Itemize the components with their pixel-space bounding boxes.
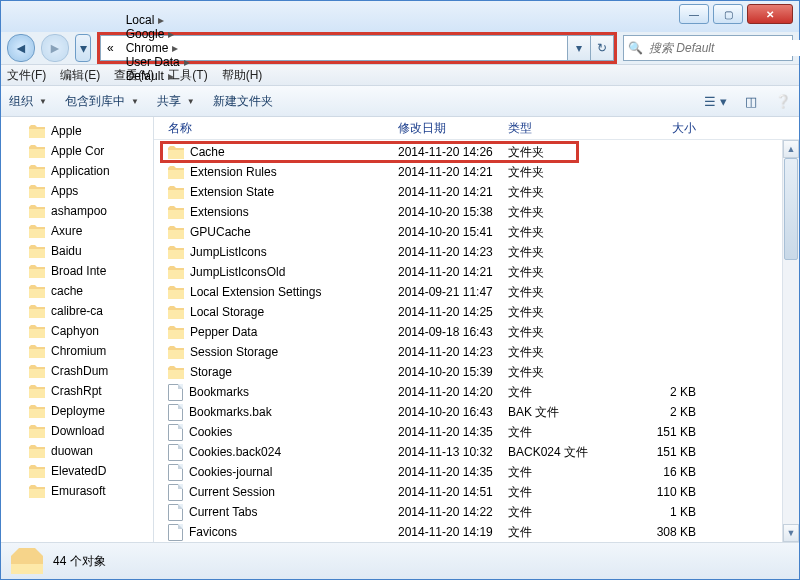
status-text: 44 个对象 <box>53 553 106 570</box>
file-row[interactable]: GPUCache2014-10-20 15:41文件夹 <box>154 222 799 242</box>
breadcrumb-item[interactable]: Chrome▸ <box>120 41 196 55</box>
column-headers[interactable]: 名称 修改日期 类型 大小 <box>154 117 799 140</box>
breadcrumb-item[interactable]: Google▸ <box>120 27 196 41</box>
folder-icon <box>168 206 184 219</box>
nav-history-button[interactable]: ▾ <box>75 34 91 62</box>
file-icon <box>168 464 183 481</box>
tree-item[interactable]: cache <box>1 281 153 301</box>
folder-icon <box>29 225 45 238</box>
file-row[interactable]: Cookies-journal2014-11-20 14:35文件16 KB <box>154 462 799 482</box>
tree-item[interactable]: Chromium <box>1 341 153 361</box>
file-row[interactable]: JumpListIcons2014-11-20 14:23文件夹 <box>154 242 799 262</box>
file-row[interactable]: Cache2014-11-20 14:26文件夹 <box>154 142 799 162</box>
folder-icon <box>29 405 45 418</box>
folder-icon <box>29 385 45 398</box>
folder-icon <box>168 186 184 199</box>
new-folder-button[interactable]: 新建文件夹 <box>213 93 273 110</box>
file-icon <box>168 384 183 401</box>
folder-icon <box>168 226 184 239</box>
tree-item[interactable]: duowan <box>1 441 153 461</box>
folder-icon <box>29 325 45 338</box>
col-date: 修改日期 <box>398 120 508 137</box>
scroll-thumb[interactable] <box>784 158 798 260</box>
file-row[interactable]: Storage2014-10-20 15:39文件夹 <box>154 362 799 382</box>
nav-forward-button[interactable]: ► <box>41 34 69 62</box>
tree-item[interactable]: Apple <box>1 121 153 141</box>
scrollbar[interactable]: ▲ ▼ <box>782 140 799 542</box>
close-button[interactable]: ✕ <box>747 4 793 24</box>
status-bar: 44 个对象 <box>1 542 799 579</box>
file-row[interactable]: Cookies2014-11-20 14:35文件151 KB <box>154 422 799 442</box>
file-row[interactable]: Current Session2014-11-20 14:51文件110 KB <box>154 482 799 502</box>
refresh-button[interactable]: ↻ <box>591 35 614 61</box>
maximize-button[interactable]: ▢ <box>713 4 743 24</box>
tree-item[interactable]: Deployme <box>1 401 153 421</box>
folder-icon <box>11 548 43 574</box>
file-row[interactable]: Bookmarks2014-11-20 14:20文件2 KB <box>154 382 799 402</box>
breadcrumb-item[interactable]: User Data▸ <box>120 55 196 69</box>
tree-item[interactable]: CrashDum <box>1 361 153 381</box>
breadcrumb-prefix: « <box>101 36 120 60</box>
tree-item[interactable]: ElevatedD <box>1 461 153 481</box>
file-row[interactable]: Favicons2014-11-20 14:19文件308 KB <box>154 522 799 542</box>
file-row[interactable]: Bookmarks.bak2014-10-20 16:43BAK 文件2 KB <box>154 402 799 422</box>
file-row[interactable]: JumpListIconsOld2014-11-20 14:21文件夹 <box>154 262 799 282</box>
file-icon <box>168 484 183 501</box>
search-icon: 🔍 <box>628 41 643 55</box>
tree-item[interactable]: calibre-ca <box>1 301 153 321</box>
tree-item[interactable]: Apps <box>1 181 153 201</box>
scroll-up-button[interactable]: ▲ <box>783 140 799 158</box>
tree-item[interactable]: Baidu <box>1 241 153 261</box>
address-dropdown-button[interactable]: ▾ <box>568 35 591 61</box>
menu-item[interactable]: 帮助(H) <box>222 67 263 84</box>
file-row[interactable]: Local Extension Settings2014-09-21 11:47… <box>154 282 799 302</box>
tree-item[interactable]: Download <box>1 421 153 441</box>
file-icon <box>168 504 183 521</box>
breadcrumb-item[interactable]: Default▸ <box>120 69 196 83</box>
file-row[interactable]: Cookies.back0242014-11-13 10:32BACK024 文… <box>154 442 799 462</box>
organize-button[interactable]: 组织▼ <box>9 93 47 110</box>
tree-item[interactable]: Application <box>1 161 153 181</box>
folder-icon <box>168 306 184 319</box>
file-row[interactable]: Current Tabs2014-11-20 14:22文件1 KB <box>154 502 799 522</box>
include-button[interactable]: 包含到库中▼ <box>65 93 139 110</box>
search-input[interactable] <box>647 40 800 56</box>
tree-item[interactable]: Emurasoft <box>1 481 153 501</box>
tree-item[interactable]: Caphyon <box>1 321 153 341</box>
file-row[interactable]: Extensions2014-10-20 15:38文件夹 <box>154 202 799 222</box>
tree-item[interactable]: Axure <box>1 221 153 241</box>
folder-icon <box>29 305 45 318</box>
file-row[interactable]: Extension State2014-11-20 14:21文件夹 <box>154 182 799 202</box>
search-box[interactable]: 🔍 <box>623 35 793 61</box>
file-list-pane: 名称 修改日期 类型 大小 Cache2014-11-20 14:26文件夹Ex… <box>154 117 799 542</box>
help-button[interactable]: ❔ <box>775 94 791 109</box>
nav-back-button[interactable]: ◄ <box>7 34 35 62</box>
folder-icon <box>29 425 45 438</box>
tree-item[interactable]: Broad Inte <box>1 261 153 281</box>
file-row[interactable]: Extension Rules2014-11-20 14:21文件夹 <box>154 162 799 182</box>
file-row[interactable]: Session Storage2014-11-20 14:23文件夹 <box>154 342 799 362</box>
view-button[interactable]: ☰ ▾ <box>704 94 727 109</box>
scroll-down-button[interactable]: ▼ <box>783 524 799 542</box>
folder-icon <box>29 205 45 218</box>
file-icon <box>168 404 183 421</box>
tree-item[interactable]: CrashRpt <box>1 381 153 401</box>
share-button[interactable]: 共享▼ <box>157 93 195 110</box>
menu-item[interactable]: 编辑(E) <box>60 67 100 84</box>
tree-item[interactable]: ashampoo <box>1 201 153 221</box>
minimize-button[interactable]: — <box>679 4 709 24</box>
breadcrumb-item[interactable]: Local▸ <box>120 13 196 27</box>
folder-icon <box>29 285 45 298</box>
folder-tree[interactable]: AppleApple CorApplicationAppsashampooAxu… <box>1 117 154 542</box>
menu-item[interactable]: 文件(F) <box>7 67 46 84</box>
address-bar[interactable]: « Local▸Google▸Chrome▸User Data▸Default▸ <box>100 35 568 61</box>
folder-icon <box>29 165 45 178</box>
file-row[interactable]: Pepper Data2014-09-18 16:43文件夹 <box>154 322 799 342</box>
folder-icon <box>29 445 45 458</box>
preview-pane-button[interactable]: ◫ <box>745 94 757 109</box>
folder-icon <box>168 266 184 279</box>
folder-icon <box>29 125 45 138</box>
address-bar-highlight: « Local▸Google▸Chrome▸User Data▸Default▸… <box>97 32 617 64</box>
file-row[interactable]: Local Storage2014-11-20 14:25文件夹 <box>154 302 799 322</box>
tree-item[interactable]: Apple Cor <box>1 141 153 161</box>
